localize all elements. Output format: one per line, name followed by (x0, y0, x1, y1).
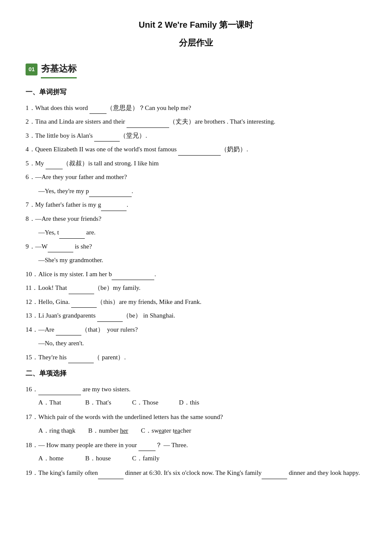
option-16d: D．this (179, 397, 213, 408)
option-16a: A．That (38, 397, 72, 408)
question-3: 3．The little boy is Alan's （堂兄）. (26, 130, 366, 142)
question-13: 13．Li Juan's grandparents （be） in Shangh… (26, 309, 366, 322)
section1-header: 一、单词拼写 (26, 86, 366, 98)
option-16b: B．That's (85, 397, 119, 408)
question-5: 5．My （叔叔）is tall and strong. I like him (26, 157, 366, 170)
option-18b: B．house (85, 453, 119, 464)
section-badge-row: 01 夯基达标 (26, 61, 366, 78)
sub-title: 分层作业 (26, 35, 366, 50)
option-17b: B．number her (88, 425, 128, 436)
option-18c: C．family (132, 453, 166, 464)
question-2: 2．Tina and Linda are sisters and their （… (26, 116, 366, 128)
badge-num: 01 (26, 64, 37, 75)
badge-label: 夯基达标 (41, 61, 77, 78)
option-17a: A．ring thank (38, 425, 75, 436)
question-14b: —No, they aren't. (38, 337, 366, 350)
question-18-options: A．home B．house C．family (38, 453, 366, 464)
question-16: 16． are my two sisters. (26, 383, 366, 396)
question-4: 4．Queen Elizabeth II was one of the worl… (26, 143, 366, 156)
main-title: Unit 2 We're Family 第一课时 (26, 17, 366, 32)
question-1: 1．What does this word （意思是）？Can you help… (26, 102, 366, 114)
question-6b: —Yes, they're my p. (38, 185, 366, 197)
question-17-options: A．ring thank B．number her C．sweater teac… (38, 425, 366, 436)
question-8b: —Yes, t are. (38, 226, 366, 239)
question-8a: 8．—Are these your friends? (26, 213, 366, 225)
question-16-options: A．That B．That's C．Those D．this (38, 397, 366, 408)
question-12: 12．Hello, Gina. （this）are my friends, Mi… (26, 296, 366, 308)
question-10: 10．Alice is my sister. I am her b. (26, 268, 366, 280)
question-18: 18．— How many people are there in your ？… (26, 439, 366, 451)
question-11: 11．Look! That （be）my family. (26, 282, 366, 294)
question-17: 17．Which pair of the words with the unde… (26, 411, 366, 423)
question-6a: 6．—Are they your father and mother? (26, 171, 366, 183)
question-15: 15．They're his （ parent）. (26, 351, 366, 364)
question-7: 7．My father's father is my g. (26, 199, 366, 211)
option-18a: A．home (38, 453, 72, 464)
section2-header: 二、单项选择 (26, 367, 366, 380)
question-9b: —She's my grandmother. (38, 254, 366, 266)
option-17c: C．sweater teacher (141, 425, 191, 436)
question-14a: 14．—Are （that） your rulers? (26, 324, 366, 336)
question-9a: 9．—W is she? (26, 240, 366, 253)
question-19: 19．The king's family often dinner at 6:3… (26, 467, 366, 479)
option-16c: C．Those (132, 397, 166, 408)
